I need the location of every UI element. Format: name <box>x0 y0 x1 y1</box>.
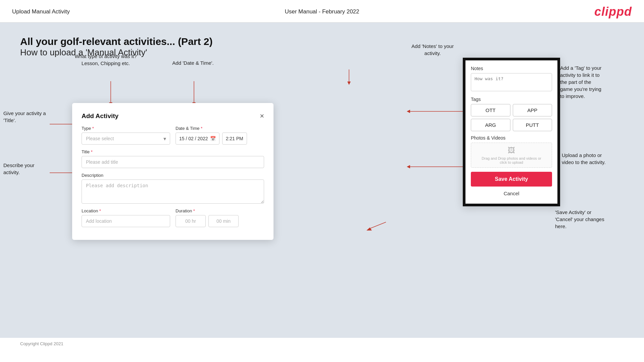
annotation-title: Give your activity a 'Title'. <box>3 110 55 124</box>
title-input[interactable] <box>82 156 264 168</box>
tags-grid: OTT APP ARG PUTT <box>471 104 552 131</box>
duration-inputs <box>176 215 264 227</box>
logo: clippd <box>594 5 632 19</box>
tag-app[interactable]: APP <box>513 104 552 116</box>
annotation-photo: Upload a photo or video to the activity. <box>562 152 629 166</box>
cancel-link[interactable]: Cancel <box>471 189 552 198</box>
svg-marker-13 <box>347 82 351 85</box>
location-group: Location * <box>82 208 170 227</box>
svg-line-18 <box>369 222 386 229</box>
copyright: Copyright Clippd 2021 <box>20 341 63 346</box>
description-label: Description <box>82 173 264 178</box>
type-label: Type * <box>82 126 170 131</box>
add-activity-dialog: Add Activity × Type * Please select ▾ Da… <box>72 103 274 240</box>
phone-panel: Notes Tags OTT APP ARG PUTT Photos & Vid… <box>463 58 560 206</box>
notes-label: Notes <box>471 66 552 71</box>
location-duration-row: Location * Duration * <box>82 208 264 227</box>
type-select[interactable]: Please select <box>82 133 170 145</box>
footer: Copyright Clippd 2021 <box>0 338 644 350</box>
svg-marker-15 <box>407 110 410 113</box>
annotation-save: 'Save Activity' or 'Cancel' your changes… <box>555 209 629 230</box>
photos-upload-area[interactable]: 🖼 Drag and Drop photos and videos orclic… <box>471 143 552 168</box>
main-content: All your golf-relevant activities... (Pa… <box>0 22 644 338</box>
datetime-group: Date & Time * 15 / 02 / 2022 📅 2:21 PM <box>176 126 264 145</box>
description-textarea[interactable] <box>82 179 264 204</box>
datetime-inputs: 15 / 02 / 2022 📅 2:21 PM <box>176 133 264 145</box>
page-title: Upload Manual Activity <box>12 8 70 15</box>
tag-arg[interactable]: ARG <box>471 119 510 131</box>
type-datetime-row: Type * Please select ▾ Date & Time * 15 … <box>82 126 264 145</box>
calendar-icon[interactable]: 📅 <box>210 136 216 141</box>
time-input[interactable]: 2:21 PM <box>222 133 247 145</box>
svg-marker-19 <box>366 227 372 230</box>
location-input[interactable] <box>82 215 170 227</box>
save-activity-button[interactable]: Save Activity <box>471 172 552 187</box>
duration-group: Duration * <box>176 208 264 227</box>
type-group: Type * Please select ▾ <box>82 126 170 145</box>
hours-input[interactable] <box>176 215 206 227</box>
photos-label: Photos & Videos <box>471 135 552 141</box>
section-title: All your golf-relevant activities... (Pa… <box>20 36 624 47</box>
duration-label: Duration * <box>176 208 264 213</box>
photos-upload-text: Drag and Drop photos and videos orclick … <box>482 156 541 164</box>
top-bar: Upload Manual Activity User Manual - Feb… <box>0 0 644 22</box>
title-group: Title * <box>82 149 264 168</box>
description-group: Description <box>82 173 264 204</box>
location-label: Location * <box>82 208 170 213</box>
page-subtitle: User Manual - February 2022 <box>285 8 359 15</box>
upload-icon: 🖼 <box>508 146 515 155</box>
title-label: Title * <box>82 149 264 154</box>
tag-putt[interactable]: PUTT <box>513 119 552 131</box>
datetime-label: Date & Time * <box>176 126 264 131</box>
minutes-input[interactable] <box>208 215 239 227</box>
date-input[interactable]: 15 / 02 / 2022 📅 <box>176 133 219 145</box>
tags-label: Tags <box>471 97 552 102</box>
notes-textarea[interactable] <box>471 73 552 91</box>
type-select-wrapper[interactable]: Please select ▾ <box>82 133 170 145</box>
annotation-type: What type of activity was it? Lesson, Ch… <box>72 53 139 67</box>
phone-inner: Notes Tags OTT APP ARG PUTT Photos & Vid… <box>465 60 557 204</box>
annotation-tag: Add a 'Tag' to your activity to link it … <box>560 64 629 100</box>
dialog-header: Add Activity × <box>82 112 264 120</box>
annotation-notes: Add 'Notes' to your activity. <box>399 43 466 57</box>
dialog-title: Add Activity <box>82 112 118 120</box>
svg-marker-17 <box>407 165 410 168</box>
annotation-describe: Describe your activity. <box>3 162 55 176</box>
tag-ott[interactable]: OTT <box>471 104 510 116</box>
close-button[interactable]: × <box>260 112 264 120</box>
annotation-datetime: Add 'Date & Time'. <box>164 59 221 66</box>
